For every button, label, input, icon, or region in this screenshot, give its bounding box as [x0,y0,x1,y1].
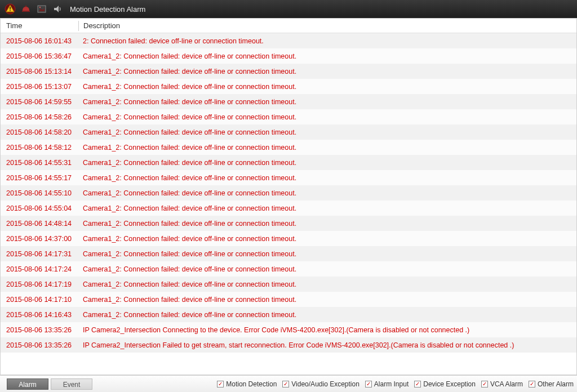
event-table: Time Description 2015-08-06 16:01:432: C… [0,18,577,375]
column-headers: Time Description [1,19,576,33]
table-row[interactable]: 2015-08-06 14:55:17Camera1_2: Connection… [1,170,576,185]
tab-alarm[interactable]: Alarm [7,378,48,390]
sound-icon[interactable] [52,3,63,15]
table-row[interactable]: 2015-08-06 14:55:31Camera1_2: Connection… [1,155,576,170]
column-header-time[interactable]: Time [1,21,78,30]
cell-description: Camera1_2: Connection failed: device off… [78,68,576,75]
table-row[interactable]: 2015-08-06 14:16:43Camera1_2: Connection… [1,307,576,322]
filter-alarm-input[interactable]: ✓ Alarm Input [365,380,409,388]
cell-description: Camera1_2: Connection failed: device off… [78,144,576,152]
cell-description: Camera1_2: Connection failed: device off… [78,52,576,60]
cell-time: 2015-08-06 14:58:20 [1,128,78,136]
cell-time: 2015-08-06 14:16:43 [1,311,78,319]
footer-bar: Alarm Event ✓ Motion Detection ✓ Video/A… [0,375,577,392]
table-row[interactable]: 2015-08-06 14:58:20Camera1_2: Connection… [1,124,576,140]
cell-description: Camera1_2: Connection failed: device off… [78,311,576,319]
cell-description: 2: Connection failed: device off-line or… [78,37,576,45]
cell-time: 2015-08-06 15:13:14 [1,68,78,75]
cell-description: Camera1_2: Connection failed: device off… [78,113,576,121]
filter-device-exception[interactable]: ✓ Device Exception [414,380,476,388]
filter-label: Other Alarm [538,380,574,388]
cell-description: Camera1_2: Connection failed: device off… [78,250,576,258]
cell-description: Camera1_2: Connection failed: device off… [78,220,576,228]
cell-description: Camera1_2: Connection failed: device off… [78,98,576,106]
panel-header: Motion Detection Alarm [0,0,577,18]
cell-time: 2015-08-06 14:55:17 [1,174,78,182]
cell-time: 2015-08-06 15:13:07 [1,83,78,91]
cell-time: 2015-08-06 14:55:31 [1,159,78,167]
footer-tabs: Alarm Event [7,378,92,390]
filter-label: Motion Detection [226,380,277,388]
svg-rect-2 [10,7,11,10]
checkbox-icon: ✓ [365,381,372,387]
table-row[interactable]: 2015-08-06 14:17:24Camera1_2: Connection… [1,261,576,277]
cell-description: Camera1_2: Connection failed: device off… [78,189,576,197]
cell-time: 2015-08-06 14:17:19 [1,280,78,288]
table-row[interactable]: 2015-08-06 13:35:26IP Camera2_Intersecti… [1,337,576,353]
table-row[interactable]: 2015-08-06 13:35:26IP Camera2_Intersecti… [1,322,576,337]
panel-title: Motion Detection Alarm [70,5,145,14]
image-alarm-icon[interactable] [36,3,47,15]
cell-description: Camera1_2: Connection failed: device off… [78,159,576,167]
cell-time: 2015-08-06 14:17:24 [1,265,78,273]
table-row[interactable]: 2015-08-06 15:36:47Camera1_2: Connection… [1,48,576,64]
cell-time: 2015-08-06 14:58:26 [1,113,78,121]
cell-time: 2015-08-06 14:37:00 [1,235,78,243]
table-row[interactable]: 2015-08-06 16:01:432: Connection failed:… [1,33,576,48]
table-row[interactable]: 2015-08-06 14:37:00Camera1_2: Connection… [1,231,576,246]
filter-label: Device Exception [423,380,476,388]
cell-description: Camera1_2: Connection failed: device off… [78,128,576,136]
filter-label: Alarm Input [374,380,409,388]
table-row[interactable]: 2015-08-06 14:55:10Camera1_2: Connection… [1,185,576,201]
table-row[interactable]: 2015-08-06 14:48:14Camera1_2: Connection… [1,216,576,231]
app-root: Motion Detection Alarm Time Description … [0,0,577,392]
checkbox-icon: ✓ [282,381,289,387]
filter-motion-detection[interactable]: ✓ Motion Detection [217,380,277,388]
table-row[interactable]: 2015-08-06 14:17:19Camera1_2: Connection… [1,277,576,292]
table-row[interactable]: 2015-08-06 14:58:26Camera1_2: Connection… [1,109,576,124]
svg-point-5 [25,6,27,7]
table-row[interactable]: 2015-08-06 15:13:07Camera1_2: Connection… [1,79,576,94]
cell-time: 2015-08-06 14:58:12 [1,144,78,152]
checkbox-icon: ✓ [481,381,488,387]
cell-description: Camera1_2: Connection failed: device off… [78,174,576,182]
cell-description: Camera1_2: Connection failed: device off… [78,235,576,243]
cell-time: 2015-08-06 14:17:31 [1,250,78,258]
cell-time: 2015-08-06 14:55:10 [1,189,78,197]
filter-other-alarm[interactable]: ✓ Other Alarm [529,380,574,388]
cell-description: Camera1_2: Connection failed: device off… [78,265,576,273]
table-row[interactable]: 2015-08-06 14:17:31Camera1_2: Connection… [1,246,576,261]
table-row[interactable]: 2015-08-06 14:17:10Camera1_2: Connection… [1,292,576,307]
filter-label: Video/Audio Exception [291,380,359,388]
column-header-description[interactable]: Description [78,21,576,31]
cell-description: Camera1_2: Connection failed: device off… [78,204,576,212]
checkbox-icon: ✓ [217,381,224,387]
cell-time: 2015-08-06 14:48:14 [1,220,78,228]
cell-description: Camera1_2: Connection failed: device off… [78,296,576,304]
checkbox-icon: ✓ [529,381,535,387]
cell-time: 2015-08-06 13:35:26 [1,341,78,349]
filter-video-audio-exception[interactable]: ✓ Video/Audio Exception [282,380,359,388]
cell-time: 2015-08-06 15:36:47 [1,52,78,60]
svg-point-8 [39,7,41,8]
table-row[interactable]: 2015-08-06 15:13:14Camera1_2: Connection… [1,64,576,79]
table-row[interactable]: 2015-08-06 14:55:04Camera1_2: Connection… [1,201,576,216]
cell-description: IP Camera2_Intersection Failed to get st… [78,341,576,349]
table-row[interactable]: 2015-08-06 14:59:55Camera1_2: Connection… [1,94,576,109]
table-row[interactable]: 2015-08-06 14:58:12Camera1_2: Connection… [1,140,576,155]
tab-event[interactable]: Event [51,378,92,390]
svg-rect-3 [10,10,11,11]
cell-time: 2015-08-06 16:01:43 [1,37,78,45]
cell-description: Camera1_2: Connection failed: device off… [78,280,576,288]
alert-icon[interactable] [5,3,16,15]
event-rows[interactable]: 2015-08-06 16:01:432: Connection failed:… [1,33,576,375]
cell-time: 2015-08-06 13:35:26 [1,326,78,334]
filter-vca-alarm[interactable]: ✓ VCA Alarm [481,380,523,388]
footer-filters: ✓ Motion Detection ✓ Video/Audio Excepti… [217,380,574,388]
filter-label: VCA Alarm [490,380,523,388]
cell-time: 2015-08-06 14:17:10 [1,296,78,304]
alarm-bell-icon[interactable] [20,3,32,15]
cell-time: 2015-08-06 14:59:55 [1,98,78,106]
checkbox-icon: ✓ [414,381,421,387]
cell-description: IP Camera2_Intersection Connecting to th… [78,326,576,334]
